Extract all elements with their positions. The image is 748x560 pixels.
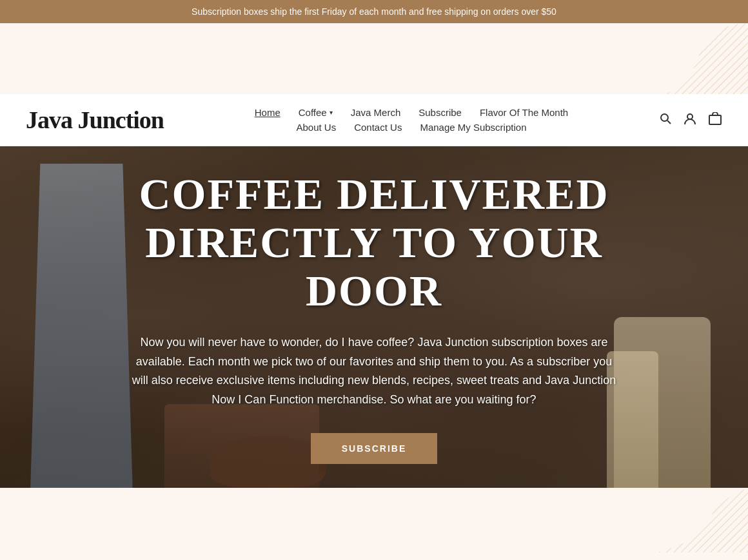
chevron-icon: ▾ [330, 109, 333, 116]
nav-about-us[interactable]: About Us [296, 122, 336, 133]
search-icon[interactable] [659, 112, 672, 128]
nav-flavor-of-month[interactable]: Flavor Of The Month [480, 107, 568, 118]
svg-rect-4 [709, 115, 721, 124]
nav-manage-subscription[interactable]: Manage My Subscription [420, 122, 526, 133]
cart-icon[interactable] [708, 112, 722, 128]
header-icons [659, 112, 722, 128]
nav-contact-us[interactable]: Contact Us [354, 122, 402, 133]
nav-subscribe[interactable]: Subscribe [418, 107, 462, 118]
main-nav: Home Coffee ▾ Java Merch Subscribe Flavo… [183, 107, 640, 133]
subscribe-button[interactable]: SUBSCRIBE [311, 433, 437, 464]
announcement-text: Subscription boxes ship the first Friday… [192, 6, 556, 17]
hero-title: COFFEE DELIVERED DIRECTLY TO YOUR DOOR [129, 170, 619, 314]
svg-line-2 [667, 121, 671, 124]
nav-row-1: Home Coffee ▾ Java Merch Subscribe Flavo… [255, 107, 568, 118]
hero-content: COFFEE DELIVERED DIRECTLY TO YOUR DOOR N… [52, 170, 696, 463]
top-area [0, 23, 748, 94]
hero-description: Now you will never have to wonder, do I … [129, 333, 619, 410]
svg-point-1 [661, 114, 668, 121]
user-icon[interactable] [684, 112, 696, 128]
site-logo[interactable]: Java Junction [26, 106, 164, 134]
nav-home[interactable]: Home [255, 107, 280, 118]
hero-section: COFFEE DELIVERED DIRECTLY TO YOUR DOOR N… [0, 146, 748, 488]
announcement-bar: Subscription boxes ship the first Friday… [0, 0, 748, 23]
header: Java Junction Home Coffee ▾ Java Merch S… [0, 94, 748, 146]
svg-point-3 [687, 114, 693, 119]
corner-decoration-bottom-right [658, 488, 748, 552]
corner-decoration-top-right [658, 23, 748, 94]
nav-java-merch[interactable]: Java Merch [351, 107, 401, 118]
below-hero [0, 488, 748, 552]
nav-coffee[interactable]: Coffee ▾ [299, 107, 333, 118]
nav-row-2: About Us Contact Us Manage My Subscripti… [296, 122, 526, 133]
